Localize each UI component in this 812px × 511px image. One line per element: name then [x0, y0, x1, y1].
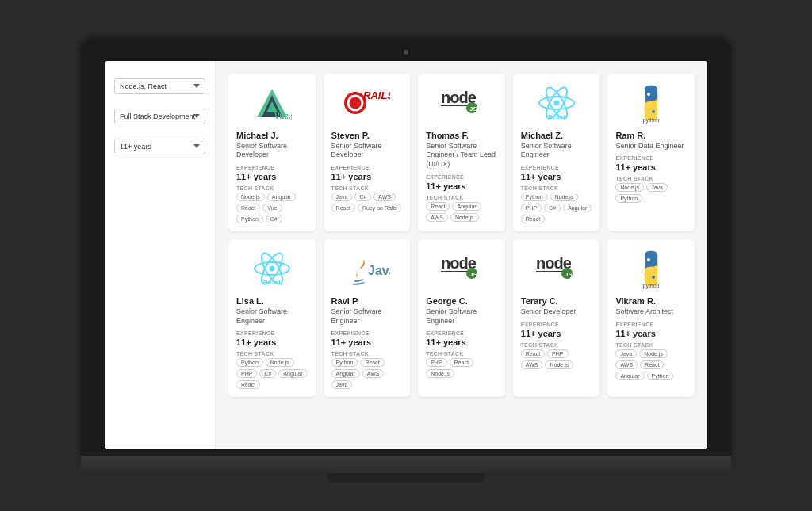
card-title: Senior Software Engineer	[331, 307, 403, 326]
card[interactable]: node JS Terary C. Senior Developer EXPER…	[513, 239, 600, 397]
svg-point-16	[647, 93, 650, 96]
sidebar: Node.js, React Full Stack Development 11…	[105, 61, 216, 449]
card-title: Senior Software Engineer	[426, 307, 497, 326]
tech-tag: AWS	[362, 369, 385, 378]
tech-tag: C#	[354, 193, 371, 201]
card-experience: 11+ years	[236, 172, 308, 181]
tech-tag: Ruby on Rails	[358, 204, 402, 212]
cards-grid: Vue.js Michael J. Senior Software Develo…	[228, 74, 695, 398]
card-name: Terary C.	[521, 296, 592, 306]
tech-stack-label: TECH STACK	[521, 185, 592, 191]
card[interactable]: python Ram R. Senior Data Engineer EXPER…	[607, 74, 695, 231]
tech-stack-label: TECH STACK	[426, 351, 497, 357]
svg-text:python: python	[643, 117, 660, 124]
card-logo: node JS	[426, 247, 497, 290]
svg-text:React: React	[263, 279, 281, 286]
tech-tag: Java	[331, 380, 353, 389]
card-experience: 11+ years	[426, 181, 497, 191]
svg-point-14	[553, 100, 559, 105]
tech-tag: AWS	[615, 360, 638, 369]
card[interactable]: Vue.js Michael J. Senior Software Develo…	[228, 74, 316, 231]
tech-tag: C#	[544, 204, 561, 212]
card-experience: 11+ years	[236, 337, 308, 347]
svg-text:JS: JS	[469, 105, 477, 112]
experience-label: EXPERIENCE	[331, 330, 403, 336]
experience-label: EXPERIENCE	[236, 330, 308, 336]
technologies-select[interactable]: Node.js, React	[114, 78, 205, 94]
tech-tag: Python	[236, 215, 263, 223]
tech-tag: React	[236, 380, 260, 389]
svg-text:RAILS: RAILS	[363, 90, 390, 101]
experience-label: EXPERIENCE	[426, 330, 497, 336]
card[interactable]: python Vikram R. Software Architect EXPE…	[607, 239, 695, 397]
tech-tags: PHPReactNode.js	[426, 358, 497, 378]
tech-tag: Python	[331, 358, 358, 367]
tech-tag: Node.js	[450, 213, 479, 222]
card-logo: React	[521, 82, 592, 124]
tech-tag: React	[521, 349, 545, 358]
experience-label: EXPERIENCE	[426, 174, 497, 180]
tech-tag: Python	[647, 372, 674, 380]
svg-text:Java: Java	[368, 264, 390, 277]
tech-tags: Node.jsAngularReactVuePythonC#	[236, 193, 308, 223]
tech-tag: PHP	[547, 349, 568, 358]
screen-bezel: Node.js, React Full Stack Development 11…	[81, 39, 731, 456]
tech-tag: C#	[259, 369, 276, 378]
svg-text:JS: JS	[469, 271, 477, 278]
experience-label: EXPERIENCE	[615, 322, 687, 327]
tech-tag: Java	[646, 183, 668, 192]
capabilities-select[interactable]: Full Stack Development	[114, 109, 205, 124]
card[interactable]: React Michael Z. Senior Software Enginee…	[513, 74, 600, 231]
card-title: Senior Developer	[521, 307, 592, 317]
svg-rect-8	[441, 105, 469, 106]
svg-point-22	[269, 265, 274, 271]
tech-tag: Java	[331, 193, 353, 201]
card-title: Senior Software Engineer / Team Lead (UI…	[426, 142, 497, 170]
tech-tag: Node.js	[550, 193, 579, 201]
tech-tag: Node.js	[236, 193, 265, 201]
card[interactable]: node JS George C. Senior Software Engine…	[418, 239, 505, 397]
tech-tag: Python	[615, 194, 642, 203]
card-title: Senior Data Engineer	[615, 142, 687, 151]
tech-tag: AWS	[373, 193, 396, 201]
tech-stack-label: TECH STACK	[331, 351, 403, 357]
card-logo: Vue.js	[236, 82, 308, 124]
tech-tags: PythonNode.jsPHPC#AngularReact	[521, 193, 592, 223]
tech-tag: Angular	[615, 372, 644, 380]
card-logo: Java	[331, 247, 403, 290]
card-experience: 11+ years	[521, 172, 592, 181]
tech-tags: ReactPHPAWSNode.js	[521, 349, 592, 369]
card[interactable]: node JS Thomas F. Senior Software Engine…	[418, 74, 505, 231]
experience-select[interactable]: 11+ years	[114, 139, 205, 154]
svg-point-17	[652, 110, 655, 113]
camera	[404, 50, 408, 55]
card-experience: 11+ years	[615, 329, 687, 338]
card-title: Senior Software Engineer	[521, 142, 592, 160]
tech-tag: React	[360, 358, 384, 367]
laptop: Node.js, React Full Stack Development 11…	[81, 39, 731, 473]
card-name: Michael Z.	[521, 131, 592, 140]
tech-tag: React	[331, 204, 355, 212]
tech-stack-label: TECH STACK	[236, 351, 308, 357]
tech-tag: React	[450, 358, 473, 367]
tech-tag: AWS	[426, 213, 448, 222]
tech-tag: Node.js	[426, 369, 454, 378]
card[interactable]: Java Ravi P. Senior Software Engineer EX…	[324, 239, 411, 397]
card-logo: node JS	[521, 247, 592, 290]
svg-text:JS: JS	[565, 271, 573, 278]
card-title: Senior Software Engineer	[236, 307, 308, 326]
tech-tag: Node.js	[639, 349, 668, 358]
card-experience: 11+ years	[521, 329, 592, 338]
experience-label: EXPERIENCE	[236, 165, 308, 170]
tech-tag: Angular	[452, 202, 481, 211]
experience-label: EXPERIENCE	[521, 165, 592, 170]
card[interactable]: RAILS Steven P. Senior Software Develope…	[324, 74, 411, 231]
tech-tag: PHP	[236, 369, 257, 378]
tech-tag: React	[521, 215, 545, 223]
tech-stack-label: TECH STACK	[615, 176, 687, 181]
card[interactable]: React Lisa L. Senior Software Engineer E…	[228, 239, 316, 397]
card-experience: 11+ years	[331, 337, 403, 347]
tech-tag: PHP	[426, 358, 446, 367]
svg-rect-26	[441, 271, 469, 272]
tech-tag: Python	[236, 358, 263, 367]
